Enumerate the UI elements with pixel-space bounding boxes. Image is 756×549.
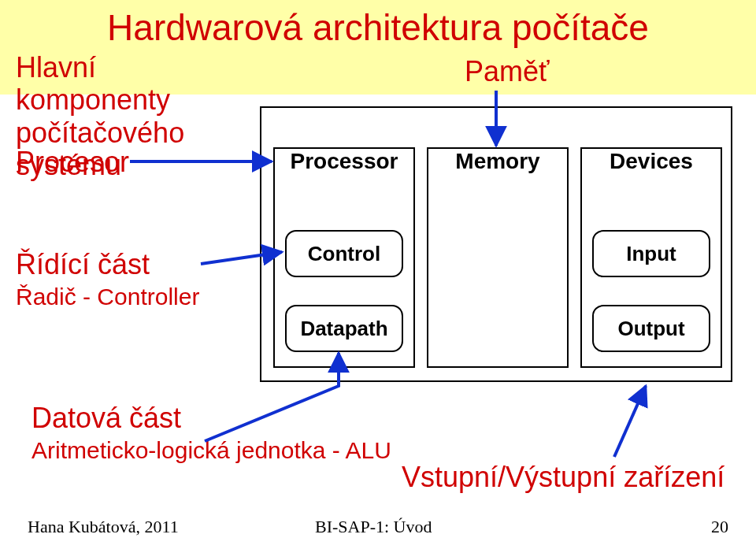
label-processor: Procesor bbox=[16, 146, 129, 178]
label-memory: Paměť bbox=[465, 55, 550, 87]
footer-author: Hana Kubátová, 2011 bbox=[28, 517, 179, 537]
diagram-output-box: Output bbox=[592, 305, 710, 352]
label-data-part: Datová část bbox=[32, 402, 181, 434]
diagram-datapath-box: Datapath bbox=[285, 305, 403, 352]
diagram-control-box: Control bbox=[285, 230, 403, 277]
label-io: Vstupní/Výstupní zařízení bbox=[402, 461, 724, 493]
diagram-memory-title: Memory bbox=[427, 149, 569, 174]
diagram-input-box: Input bbox=[592, 230, 710, 277]
diagram-control-label: Control bbox=[308, 242, 380, 266]
footer-course: BI-SAP-1: Úvod bbox=[315, 517, 432, 537]
diagram-memory-box bbox=[427, 147, 569, 368]
footer-page: 20 bbox=[711, 517, 728, 537]
diagram-processor-title: Processor bbox=[273, 149, 415, 174]
diagram-devices-title: Devices bbox=[580, 149, 722, 174]
label-control-part: Řídící část bbox=[16, 248, 150, 280]
diagram-input-label: Input bbox=[626, 242, 676, 266]
arrow-io bbox=[614, 386, 646, 457]
diagram-output-label: Output bbox=[617, 317, 684, 341]
label-alu: Aritmeticko-logická jednotka - ALU bbox=[32, 437, 391, 465]
label-controller: Řadič - Controller bbox=[16, 284, 199, 311]
diagram-datapath-label: Datapath bbox=[300, 317, 387, 341]
page-title: Hardwarová architektura počítače bbox=[107, 6, 649, 49]
diagram-outer-box: Processor Memory Devices Control Datapat… bbox=[260, 106, 732, 382]
